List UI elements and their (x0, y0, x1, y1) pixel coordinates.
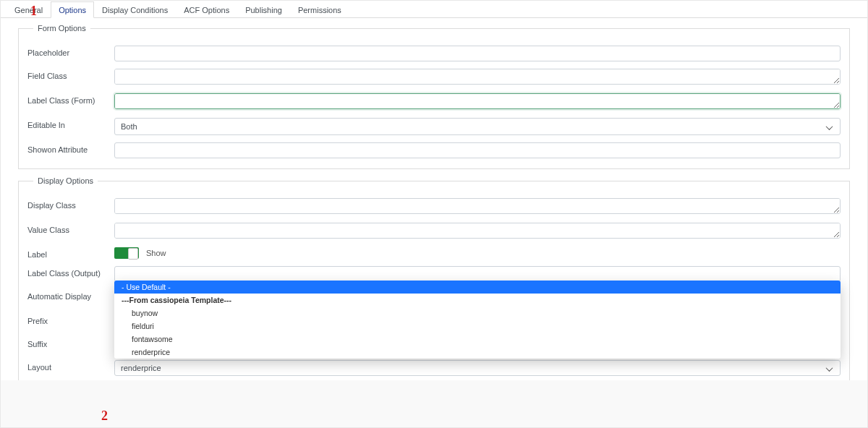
display-options-legend: Display Options (33, 176, 98, 185)
tab-publishing[interactable]: Publishing (237, 1, 290, 18)
label-toggle[interactable] (114, 247, 139, 259)
tabs: General Options Display Conditions ACF O… (1, 1, 867, 18)
suffix-label: Suffix (27, 337, 114, 348)
annotation-2: 2 (101, 408, 108, 424)
label-class-output-input[interactable] (114, 266, 841, 282)
prefix-label: Prefix (27, 314, 114, 325)
display-options-fieldset: Display Options Display Class Value Clas… (18, 176, 850, 380)
tab-acf-options[interactable]: ACF Options (176, 1, 237, 18)
showon-attribute-input[interactable] (114, 142, 841, 158)
layout-option-fielduri[interactable]: fielduri (114, 320, 841, 333)
layout-option-use-default[interactable]: - Use Default - (114, 281, 841, 294)
label-class-output-label: Label Class (Output) (27, 266, 114, 278)
placeholder-label: Placeholder (27, 46, 114, 57)
label-toggle-state: Show (146, 249, 166, 257)
placeholder-input[interactable] (114, 46, 841, 61)
automatic-display-label: Automatic Display (27, 289, 114, 301)
form-options-fieldset: Form Options Placeholder Field Class Lab… (18, 24, 850, 169)
label-class-form-label: Label Class (Form) (27, 93, 114, 105)
label-toggle-label: Label (27, 247, 114, 259)
layout-selected: renderprice (121, 364, 161, 372)
form-options-legend: Form Options (33, 24, 90, 33)
layout-label: Layout (27, 360, 114, 372)
value-class-input[interactable] (114, 223, 841, 239)
tab-permissions[interactable]: Permissions (290, 1, 349, 18)
label-class-form-input[interactable] (114, 93, 841, 109)
tab-general[interactable]: General (7, 1, 51, 18)
display-class-input[interactable] (114, 198, 841, 214)
editable-in-label: Editable In (27, 118, 114, 129)
layout-option-buynow[interactable]: buynow (114, 307, 841, 320)
editable-in-select[interactable]: Both (114, 118, 841, 135)
layout-option-renderprice[interactable]: renderprice (114, 346, 841, 359)
tab-options[interactable]: Options (51, 1, 94, 18)
field-class-label: Field Class (27, 69, 114, 80)
value-class-label: Value Class (27, 223, 114, 234)
chevron-down-icon (827, 364, 834, 372)
layout-option-fontawsome[interactable]: fontawsome (114, 333, 841, 346)
layout-option-group-cassiopeia: ---From cassiopeia Template--- (114, 294, 841, 307)
display-class-label: Display Class (27, 198, 114, 210)
showon-attribute-label: Showon Attribute (27, 142, 114, 154)
tab-display-conditions[interactable]: Display Conditions (94, 1, 176, 18)
field-class-input[interactable] (114, 69, 841, 85)
layout-dropdown-open[interactable]: - Use Default - ---From cassiopeia Templ… (114, 281, 841, 359)
chevron-down-icon (827, 123, 834, 130)
layout-select[interactable]: renderprice (114, 360, 841, 376)
editable-in-selected: Both (121, 122, 137, 131)
